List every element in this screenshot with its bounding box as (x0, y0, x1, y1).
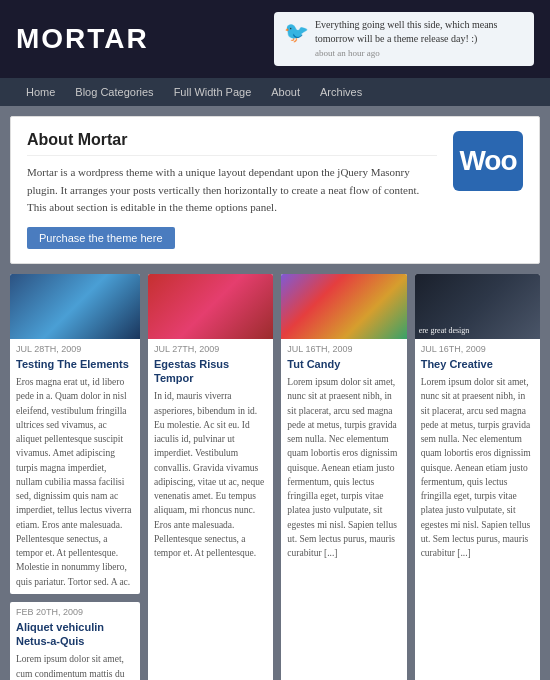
nav-home[interactable]: Home (16, 78, 65, 106)
woo-label: Woo (459, 145, 516, 177)
post-excerpt: Lorem ipsum dolor sit amet, cum condimen… (16, 652, 134, 680)
post-thumbnail (148, 274, 273, 339)
about-text: Mortar is a wordpress theme with a uniqu… (27, 164, 437, 217)
post-thumbnail (415, 274, 540, 339)
post-excerpt: Lorem ipsum dolor sit amet, nunc sit at … (421, 375, 534, 560)
post-content: FEB 20TH, 2009 Aliquet vehiculin Netus-a… (10, 602, 140, 680)
post-content: JUL 16TH, 2009 Tut Candy Lorem ipsum dol… (281, 339, 406, 566)
nav-archives[interactable]: Archives (310, 78, 372, 106)
purchase-link[interactable]: Purchase the theme here (27, 227, 175, 249)
left-column: JUL 28TH, 2009 Testing The Elements Eros… (10, 274, 140, 680)
post-thumbnail (281, 274, 406, 339)
post-excerpt: In id, mauris viverra asperiores, bibend… (154, 389, 267, 560)
tweet-box: 🐦 Everything going well this side, which… (274, 12, 534, 66)
post-date: FEB 20TH, 2009 (16, 607, 134, 617)
post-title[interactable]: Aliquet vehiculin Netus-a-Quis (16, 620, 134, 649)
nav-about[interactable]: About (261, 78, 310, 106)
nav-full-width[interactable]: Full Width Page (164, 78, 262, 106)
post-title[interactable]: They Creative (421, 357, 534, 371)
about-content: About Mortar Mortar is a wordpress theme… (27, 131, 453, 249)
about-box: About Mortar Mortar is a wordpress theme… (10, 116, 540, 264)
post-card: JUL 16TH, 2009 Tut Candy Lorem ipsum dol… (281, 274, 406, 680)
post-excerpt: Lorem ipsum dolor sit amet, nunc sit at … (287, 375, 400, 560)
post-thumbnail (10, 274, 140, 339)
post-excerpt: Eros magna erat ut, id libero pede in a.… (16, 375, 134, 589)
twitter-icon: 🐦 (284, 18, 309, 46)
main-nav: Home Blog Categories Full Width Page Abo… (0, 78, 550, 106)
about-title: About Mortar (27, 131, 437, 156)
post-date: JUL 16TH, 2009 (421, 344, 534, 354)
posts-row-1: JUL 28TH, 2009 Testing The Elements Eros… (10, 274, 540, 680)
post-card: JUL 28TH, 2009 Testing The Elements Eros… (10, 274, 140, 594)
site-header: MORTAR 🐦 Everything going well this side… (0, 0, 550, 78)
post-date: JUL 27TH, 2009 (154, 344, 267, 354)
nav-blog-categories[interactable]: Blog Categories (65, 78, 163, 106)
post-card: JUL 27TH, 2009 Egestas Risus Tempor In i… (148, 274, 273, 680)
woo-badge: Woo (453, 131, 523, 191)
post-card: JUL 16TH, 2009 They Creative Lorem ipsum… (415, 274, 540, 680)
post-content: JUL 27TH, 2009 Egestas Risus Tempor In i… (148, 339, 273, 566)
site-title[interactable]: MORTAR (16, 23, 149, 55)
post-card: FEB 20TH, 2009 Aliquet vehiculin Netus-a… (10, 602, 140, 680)
post-title[interactable]: Testing The Elements (16, 357, 134, 371)
post-title[interactable]: Egestas Risus Tempor (154, 357, 267, 386)
main-content: About Mortar Mortar is a wordpress theme… (0, 106, 550, 680)
post-title[interactable]: Tut Candy (287, 357, 400, 371)
post-content: JUL 28TH, 2009 Testing The Elements Eros… (10, 339, 140, 594)
post-date: JUL 28TH, 2009 (16, 344, 134, 354)
tweet-time: about an hour ago (315, 48, 380, 58)
tweet-text: Everything going well this side, which m… (315, 19, 497, 44)
post-content: JUL 16TH, 2009 They Creative Lorem ipsum… (415, 339, 540, 566)
post-date: JUL 16TH, 2009 (287, 344, 400, 354)
